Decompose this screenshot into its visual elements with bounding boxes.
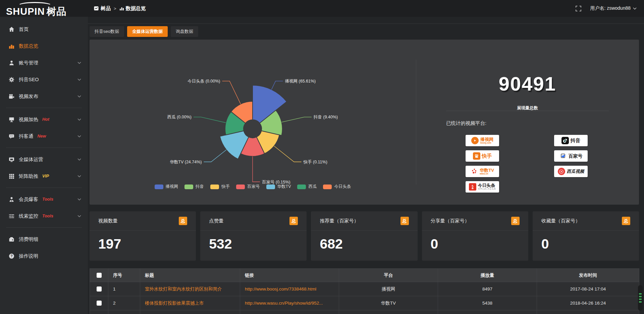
gear-icon bbox=[8, 76, 14, 83]
cell-platform: 播视网 bbox=[339, 282, 438, 296]
platform-logo-xigua[interactable]: 西瓜视频 bbox=[554, 166, 588, 177]
logo-main-text: SHUPIN bbox=[6, 6, 45, 17]
total-badge[interactable]: 总 bbox=[511, 217, 520, 225]
legend-label: 今日头条 bbox=[334, 184, 351, 190]
total-badge[interactable]: 总 bbox=[289, 217, 298, 225]
sidebar-item-video-heat[interactable]: 视频加热 Hot bbox=[0, 111, 88, 128]
tools-badge: Tools bbox=[42, 214, 53, 218]
legend-label: 快手 bbox=[221, 184, 230, 190]
sidebar-divider bbox=[6, 108, 82, 108]
sidebar-item-accounts[interactable]: 账号管理 bbox=[0, 54, 88, 71]
legend-label: 抖音 bbox=[196, 184, 204, 190]
sidebar-item-help[interactable]: ? 操作说明 bbox=[0, 248, 88, 264]
sidebar-item-doketong[interactable]: 抖客通 New bbox=[0, 128, 88, 145]
platform-logo-boosj[interactable]: 播视网boosj.com bbox=[466, 135, 499, 146]
legend-swatch bbox=[266, 185, 275, 189]
stat-card-value: 682 bbox=[311, 231, 417, 252]
row-checkbox[interactable] bbox=[97, 286, 102, 292]
col-header-views: 播放量 bbox=[438, 269, 537, 282]
cell-title[interactable]: 楼体投影灯投影效果震撼上市 bbox=[140, 296, 240, 310]
tab-omnimedia-data[interactable]: 全媒体运营数据 bbox=[127, 26, 168, 37]
pie-label-line bbox=[274, 146, 301, 162]
picture-icon bbox=[94, 6, 99, 11]
stat-card-value: 197 bbox=[90, 231, 196, 252]
cell-platform: 华数TV bbox=[339, 296, 438, 310]
legend-item[interactable]: 快手 bbox=[210, 184, 230, 190]
sidebar-item-spend-details[interactable]: 消费明细 bbox=[0, 231, 88, 248]
sidebar-item-label: 首页 bbox=[19, 26, 29, 33]
col-header-no: 序号 bbox=[108, 269, 140, 282]
chat-icon bbox=[8, 133, 14, 139]
sidebar-item-member-leads[interactable]: 会员爆客 Tools bbox=[0, 191, 88, 208]
sidebar-item-data-overview[interactable]: 数据总览 bbox=[0, 38, 88, 54]
sidebar-item-omnimedia[interactable]: 全媒体运营 bbox=[0, 151, 88, 168]
svg-text:头: 头 bbox=[472, 185, 474, 187]
legend-item[interactable]: 今日头条 bbox=[323, 184, 351, 190]
platform-logo-toutiao[interactable]: 头条 今日头条你关心的,才是头条 bbox=[466, 181, 499, 193]
legend-item[interactable]: 华数TV bbox=[266, 184, 291, 190]
cell-views: 5438 bbox=[438, 296, 537, 310]
legend-item[interactable]: 播视网 bbox=[155, 184, 178, 190]
total-badge[interactable]: 总 bbox=[179, 217, 187, 225]
platform-logo-douyin[interactable]: 抖音 bbox=[554, 135, 588, 146]
legend-swatch bbox=[155, 185, 163, 189]
platform-logo-baijiahao[interactable]: 百家号 bbox=[554, 150, 588, 162]
sidebar-item-home[interactable]: 首页 bbox=[0, 21, 88, 38]
legend-swatch bbox=[184, 185, 193, 189]
cell-link[interactable]: http://www.boosj.com/7338468.html bbox=[240, 282, 339, 296]
tab-inquiry-data[interactable]: 询盘数据 bbox=[171, 26, 198, 37]
grid-icon bbox=[8, 173, 14, 179]
sidebar-item-label: 线索监控 bbox=[19, 213, 38, 219]
app-logo[interactable]: SHUPIN树品 bbox=[6, 2, 83, 17]
pie-label-line bbox=[271, 81, 283, 90]
sidebar-item-matrix-boost[interactable]: 矩阵助推 VIP bbox=[0, 168, 88, 185]
dashboard-page: { "app": { "logo_main": "SHUPIN", "logo_… bbox=[0, 0, 644, 314]
select-all-checkbox[interactable] bbox=[97, 273, 102, 278]
stat-card-title: 收藏量（百家号） bbox=[541, 218, 580, 224]
vip-badge: VIP bbox=[42, 174, 49, 178]
stat-card-recommends: 推荐量（百家号）总 682 bbox=[311, 211, 417, 261]
tools-badge: Tools bbox=[42, 197, 53, 202]
legend-item[interactable]: 抖音 bbox=[184, 184, 204, 190]
pie-label-line bbox=[253, 156, 260, 182]
sidebar-item-label: 账号管理 bbox=[19, 60, 38, 66]
svg-text:?: ? bbox=[10, 254, 12, 258]
tab-douyin-seo-data[interactable]: 抖音seo数据 bbox=[90, 26, 124, 37]
legend-item[interactable]: 百家号 bbox=[236, 184, 260, 190]
legend-swatch bbox=[210, 185, 219, 189]
cell-time: 2018-04-26 16:24 bbox=[537, 296, 639, 310]
sidebar-item-label: 数据总览 bbox=[19, 43, 38, 49]
breadcrumb-app[interactable]: 树品 bbox=[94, 5, 111, 12]
cell-title[interactable]: 室外水纹灯和室内水纹灯的区别和简介 bbox=[140, 282, 240, 296]
legend-item[interactable]: 西瓜 bbox=[297, 184, 317, 190]
sidebar-item-clue-monitor[interactable]: 线索监控 Tools bbox=[0, 208, 88, 224]
chevron-down-icon bbox=[77, 78, 81, 81]
sidebar-item-label: 全媒体运营 bbox=[19, 156, 43, 163]
user-menu[interactable]: 用户名: zswodun88 bbox=[590, 5, 637, 11]
row-checkbox[interactable] bbox=[97, 301, 102, 306]
total-badge[interactable]: 总 bbox=[622, 217, 630, 225]
legend-swatch bbox=[297, 185, 306, 189]
sliders-icon bbox=[8, 213, 14, 219]
platform-logo-wasu[interactable]: 华数TVwasu.cn bbox=[466, 166, 499, 177]
platform-logo-kuaishou[interactable]: 快手 bbox=[466, 150, 499, 162]
chevron-down-icon bbox=[77, 158, 81, 161]
legend-swatch bbox=[236, 185, 245, 189]
fullscreen-icon[interactable] bbox=[576, 6, 581, 11]
sidebar-item-douyin-seo[interactable]: 抖音SEO bbox=[0, 71, 88, 88]
person-icon bbox=[8, 196, 14, 202]
stat-card-value: 532 bbox=[200, 231, 307, 252]
sidebar-item-video-publish[interactable]: 视频发布 bbox=[0, 88, 88, 105]
breadcrumb-page[interactable]: 数据总览 bbox=[119, 5, 146, 12]
scroll-widget[interactable] bbox=[638, 285, 643, 311]
pie-label-line bbox=[222, 81, 240, 104]
total-badge[interactable]: 总 bbox=[400, 217, 409, 225]
cell-time: 2017-08-24 17:04 bbox=[537, 282, 639, 296]
xigua-icon bbox=[558, 168, 565, 175]
screen-icon bbox=[8, 116, 14, 122]
pie-label: 今日头条 (0.00%) bbox=[187, 79, 220, 84]
kuaishou-icon bbox=[473, 152, 480, 160]
cell-link[interactable]: http://www.wasu.cn/Play/show/id/952... bbox=[240, 296, 339, 310]
new-badge: New bbox=[38, 134, 46, 139]
monitor-icon bbox=[8, 156, 14, 162]
